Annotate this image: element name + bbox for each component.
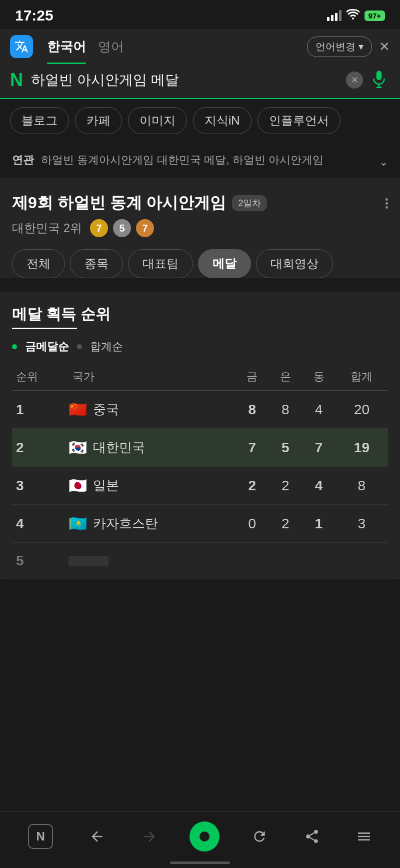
col-silver: 은 bbox=[269, 363, 302, 391]
status-time: 17:25 bbox=[15, 7, 54, 24]
country-name: 중국 bbox=[93, 401, 119, 418]
mic-button[interactable] bbox=[368, 69, 390, 91]
country-cell bbox=[64, 543, 236, 579]
category-image[interactable]: 이미지 bbox=[128, 107, 187, 134]
status-bar: 17:25 97+ bbox=[0, 0, 400, 29]
more-button[interactable] bbox=[386, 198, 388, 209]
table-row-partial: 5 bbox=[12, 543, 388, 579]
search-clear-button[interactable]: ✕ bbox=[346, 72, 363, 89]
country-cell: 🇨🇳 중국 bbox=[64, 391, 236, 429]
chevron-down-icon: ▾ bbox=[358, 41, 364, 53]
event-title-row: 제9회 하얼빈 동계 아시안게임 2일차 bbox=[12, 192, 388, 214]
nav-naver-button[interactable]: N bbox=[24, 820, 57, 853]
total-count: 3 bbox=[336, 505, 388, 543]
category-influencer[interactable]: 인플루언서 bbox=[258, 107, 340, 134]
svg-rect-0 bbox=[376, 71, 382, 80]
rank-cell: 3 bbox=[12, 467, 64, 505]
total-count: 8 bbox=[336, 467, 388, 505]
lang-bar: 한국어 영어 언어변경 ▾ ✕ bbox=[0, 29, 400, 64]
country-name: 대한민국 bbox=[93, 439, 145, 456]
category-cafe[interactable]: 카페 bbox=[75, 107, 122, 134]
home-indicator bbox=[170, 861, 230, 864]
lang-tab-english[interactable]: 영어 bbox=[92, 29, 130, 64]
col-country: 국가 bbox=[64, 363, 236, 391]
lang-bar-right: 언어변경 ▾ ✕ bbox=[307, 37, 390, 57]
event-title: 제9회 하얼빈 동계 아시안게임 2일차 bbox=[12, 192, 267, 214]
close-button[interactable]: ✕ bbox=[379, 39, 390, 55]
tab-event[interactable]: 종목 bbox=[70, 249, 123, 278]
category-jisik[interactable]: 지식iN bbox=[193, 107, 252, 134]
rank-cell: 1 bbox=[12, 391, 64, 429]
rank-cell: 2 bbox=[12, 429, 64, 467]
nav-home-button[interactable] bbox=[190, 821, 220, 851]
silver-medal-badge: 5 bbox=[113, 219, 131, 237]
nav-menu-button[interactable] bbox=[352, 824, 376, 848]
related-section[interactable]: 연관 하얼빈 동계아시안게임 대한민국 메달, 하얼빈 아시안게임 ⌄ bbox=[0, 142, 400, 178]
bottom-nav: N bbox=[0, 811, 400, 868]
category-blog[interactable]: 블로그 bbox=[10, 107, 69, 134]
search-bar: N 하얼빈 아시안게임 메달 ✕ bbox=[0, 64, 400, 99]
gold-count: 2 bbox=[236, 467, 269, 505]
country-cell: 🇯🇵 일본 bbox=[64, 467, 236, 505]
gold-medal-badge: 7 bbox=[90, 219, 108, 237]
table-row: 1 🇨🇳 중국 8 8 4 20 bbox=[12, 391, 388, 429]
country-name: 일본 bbox=[93, 477, 119, 494]
medal-table-title: 메달 획득 순위 bbox=[12, 304, 388, 325]
signal-icon bbox=[327, 10, 342, 21]
bronze-count: 4 bbox=[302, 467, 336, 505]
chevron-down-icon: ⌄ bbox=[379, 153, 388, 171]
col-rank: 순위 bbox=[12, 363, 64, 391]
col-bronze: 동 bbox=[302, 363, 336, 391]
sort-total-dot bbox=[77, 344, 82, 349]
medal-table: 순위 국가 금 은 동 합계 bbox=[12, 363, 388, 579]
sort-gold-dot bbox=[12, 344, 17, 349]
naver-logo: N bbox=[10, 71, 23, 89]
app-icon bbox=[10, 35, 33, 58]
gold-count: 0 bbox=[236, 505, 269, 543]
medal-table-section: 메달 획득 순위 금메달순 합계순 순위 국가 금 bbox=[0, 292, 400, 579]
bronze-count: 1 bbox=[302, 505, 336, 543]
country-name: 카자흐스탄 bbox=[93, 515, 158, 532]
nav-back-button[interactable] bbox=[85, 824, 109, 848]
status-icons: 97+ bbox=[327, 9, 385, 23]
table-row: 3 🇯🇵 일본 2 2 4 8 bbox=[12, 467, 388, 505]
flag-japan: 🇯🇵 bbox=[68, 477, 87, 494]
sort-options: 금메달순 합계순 bbox=[12, 339, 388, 354]
flag-korea: 🇰🇷 bbox=[68, 439, 87, 456]
nav-refresh-button[interactable] bbox=[248, 824, 272, 848]
lang-tab-korean[interactable]: 한국어 bbox=[41, 29, 92, 64]
flag-china: 🇨🇳 bbox=[68, 401, 87, 418]
lang-change-button[interactable]: 언어변경 ▾ bbox=[307, 37, 372, 57]
wifi-icon bbox=[346, 9, 360, 23]
bronze-medal-badge: 7 bbox=[136, 219, 154, 237]
nav-share-button[interactable] bbox=[300, 824, 324, 848]
nav-forward-button[interactable] bbox=[138, 824, 162, 848]
search-input[interactable]: 하얼빈 아시안게임 메달 bbox=[31, 71, 341, 90]
flag-kazakhstan: 🇰🇿 bbox=[68, 515, 87, 532]
battery-icon: 97+ bbox=[364, 11, 385, 21]
silver-count: 2 bbox=[269, 505, 302, 543]
related-text: 연관 하얼빈 동계아시안게임 대한민국 메달, 하얼빈 아시안게임 ⌄ bbox=[12, 151, 388, 169]
col-gold: 금 bbox=[236, 363, 269, 391]
tab-all[interactable]: 전체 bbox=[12, 249, 65, 278]
tab-medal[interactable]: 메달 bbox=[198, 249, 251, 278]
sort-total-label[interactable]: 합계순 bbox=[90, 339, 123, 354]
table-row: 4 🇰🇿 카자흐스탄 0 2 1 3 bbox=[12, 505, 388, 543]
country-cell: 🇰🇿 카자흐스탄 bbox=[64, 505, 236, 543]
sort-gold-label[interactable]: 금메달순 bbox=[25, 339, 69, 354]
tab-team[interactable]: 대표팀 bbox=[128, 249, 193, 278]
bronze-count: 7 bbox=[302, 429, 336, 467]
country-cell: 🇰🇷 대한민국 bbox=[64, 429, 236, 467]
silver-count: 5 bbox=[269, 429, 302, 467]
tab-video[interactable]: 대회영상 bbox=[256, 249, 333, 278]
naver-n-icon: N bbox=[28, 824, 53, 849]
gold-count: 7 bbox=[236, 429, 269, 467]
day-badge: 2일차 bbox=[232, 195, 267, 211]
category-bar: 블로그 카페 이미지 지식iN 인플루언서 bbox=[0, 99, 400, 142]
silver-count: 8 bbox=[269, 391, 302, 429]
country-rank-text: 대한민국 2위 bbox=[12, 220, 82, 236]
title-underline bbox=[12, 328, 77, 329]
bronze-count: 4 bbox=[302, 391, 336, 429]
silver-count: 2 bbox=[269, 467, 302, 505]
gold-count: 8 bbox=[236, 391, 269, 429]
